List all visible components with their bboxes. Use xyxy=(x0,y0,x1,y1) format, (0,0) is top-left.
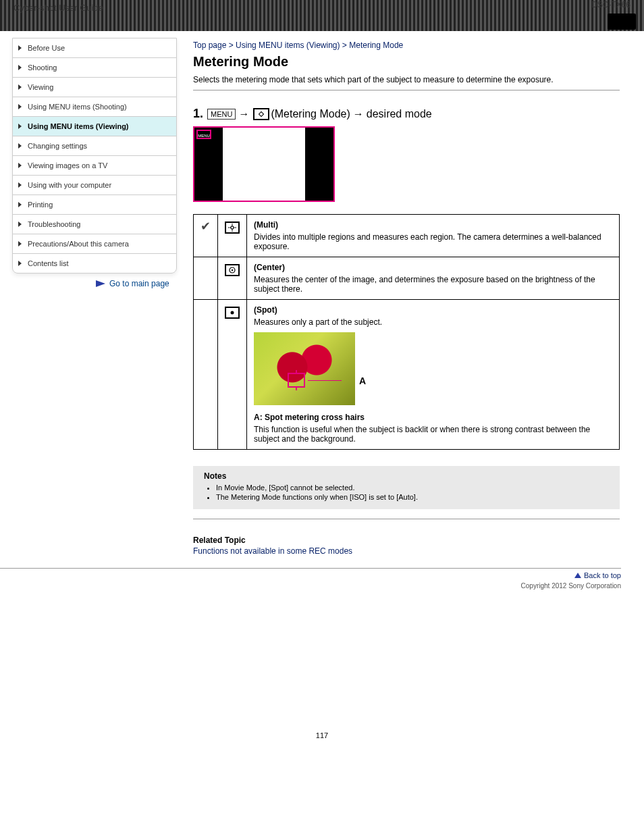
menu-highlight: MENU xyxy=(196,130,211,139)
label-A: A xyxy=(359,375,366,386)
option-center-desc: Measures the center of the image, and de… xyxy=(254,275,612,294)
arrow-icon: → xyxy=(353,108,364,120)
header-band: Cyber-shot User Guide DSC-TX66 xyxy=(0,0,644,31)
svg-point-6 xyxy=(232,269,233,271)
sidebar-item-printing[interactable]: Printing xyxy=(13,195,176,215)
menu-chip: MENU xyxy=(207,109,236,120)
sidebar-item-changing-settings[interactable]: Changing settings xyxy=(13,136,176,156)
breadcrumb[interactable]: Top page > Using MENU items (Viewing) > … xyxy=(193,41,620,50)
svg-rect-0 xyxy=(230,226,234,230)
step-1: 1. MENU → (Metering Mode) → desired mode xyxy=(193,107,620,121)
spot-meter-icon xyxy=(225,307,240,319)
sidebar-item-computer[interactable]: Using with your computer xyxy=(13,176,176,195)
chevron-up-icon xyxy=(574,573,581,578)
checkmark-icon: ✔ xyxy=(200,219,211,233)
notes-box: Notes In Movie Mode, [Spot] cannot be se… xyxy=(193,466,620,509)
options-table: ✔ (Multi) Divides into multiple regions … xyxy=(193,214,620,450)
step-number: 1. xyxy=(193,107,203,121)
divider xyxy=(193,90,620,90)
related-topic-link[interactable]: Functions not available in some REC mode… xyxy=(193,546,620,556)
page-number: 117 xyxy=(0,731,644,739)
model-name: DSC-TX66 xyxy=(591,0,630,9)
note-item: The Metering Mode functions only when [I… xyxy=(216,493,609,501)
metering-mode-icon xyxy=(253,108,269,120)
sidebar-item-before-use[interactable]: Before Use xyxy=(13,38,176,58)
option-multi-desc: Divides into multiple regions and measur… xyxy=(254,232,612,251)
multi-meter-icon xyxy=(225,221,240,234)
sidebar: Before Use Shooting Viewing Using MENU i… xyxy=(12,38,177,273)
go-to-main-link[interactable]: Go to main page xyxy=(96,279,177,288)
sidebar-item-precautions[interactable]: Precautions/About this camera xyxy=(13,234,176,254)
center-meter-icon xyxy=(225,264,240,276)
arrow-right-icon xyxy=(96,280,105,287)
spot-photo: A xyxy=(254,332,355,405)
footer-divider xyxy=(0,568,621,569)
header-chip xyxy=(608,14,636,30)
svg-point-7 xyxy=(231,311,234,315)
sidebar-item-contents-list[interactable]: Contents list xyxy=(13,254,176,273)
brand-title: Cyber-shot User Guide xyxy=(14,3,103,13)
arrow-icon: → xyxy=(238,108,249,120)
reticle-desc: This function is useful when the subject… xyxy=(254,425,612,444)
intro-text: Selects the metering mode that sets whic… xyxy=(193,75,620,84)
sidebar-item-shooting[interactable]: Shooting xyxy=(13,58,176,78)
option-spot-desc: Measures only a part of the subject. xyxy=(254,317,612,327)
sidebar-item-menu-viewing[interactable]: Using MENU items (Viewing) xyxy=(13,117,176,136)
step-desired: desired mode xyxy=(367,108,432,120)
divider xyxy=(193,519,620,519)
copyright: Copyright 2012 Sony Corporation xyxy=(0,582,621,590)
back-to-top[interactable]: Back to top xyxy=(0,571,621,579)
related-topic-title: Related Topic xyxy=(193,536,620,545)
sidebar-item-troubleshooting[interactable]: Troubleshooting xyxy=(13,215,176,234)
step-meter-label: (Metering Mode) xyxy=(271,108,350,120)
option-multi-name: (Multi) xyxy=(254,220,278,230)
lcd-screen-mock: MENU xyxy=(193,126,335,202)
notes-title: Notes xyxy=(204,471,609,481)
sidebar-item-viewing[interactable]: Viewing xyxy=(13,78,176,97)
sidebar-item-menu-shooting[interactable]: Using MENU items (Shooting) xyxy=(13,97,176,117)
option-spot-name: (Spot) xyxy=(254,305,277,315)
note-item: In Movie Mode, [Spot] cannot be selected… xyxy=(216,484,609,492)
spot-reticle-icon xyxy=(288,373,305,388)
reticle-label: A: Spot metering cross hairs xyxy=(254,413,612,422)
option-center-name: (Center) xyxy=(254,263,285,272)
sidebar-item-tv[interactable]: Viewing images on a TV xyxy=(13,156,176,176)
page-title: Metering Mode xyxy=(193,54,620,70)
